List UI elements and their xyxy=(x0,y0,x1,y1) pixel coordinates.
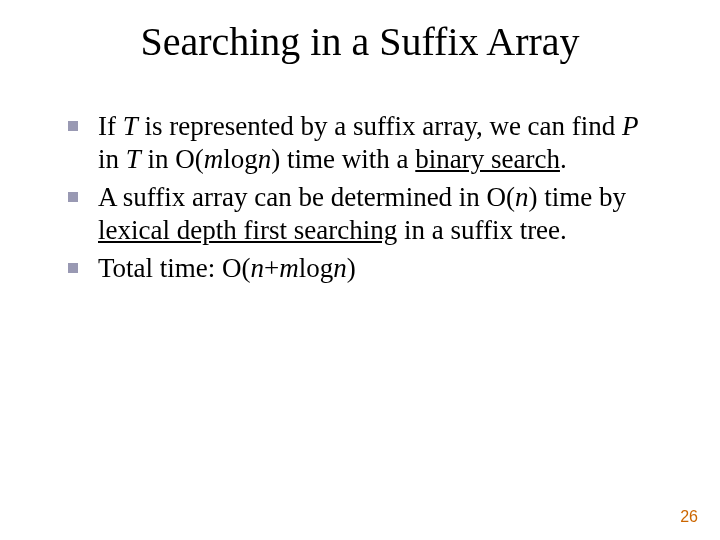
text: in xyxy=(98,144,126,174)
text: in O( xyxy=(141,144,204,174)
var-n: n xyxy=(333,253,347,283)
var-T: T xyxy=(123,111,138,141)
text: A suffix array can be determined in O( xyxy=(98,182,515,212)
slide-body: If T is represented by a suffix array, w… xyxy=(60,110,660,289)
bullet-icon xyxy=(68,192,78,202)
link-binary-search: binary search xyxy=(415,144,560,174)
link-lexical-dfs: lexical depth first searching xyxy=(98,215,397,245)
list-item: A suffix array can be determined in O(n)… xyxy=(60,181,660,248)
var-P: P xyxy=(622,111,639,141)
slide-title: Searching in a Suffix Array xyxy=(0,18,720,65)
list-item: If T is represented by a suffix array, w… xyxy=(60,110,660,177)
text: Total time: O( xyxy=(98,253,251,283)
var-m: m xyxy=(204,144,224,174)
page-number: 26 xyxy=(680,508,698,526)
text: + xyxy=(264,253,279,283)
text: . xyxy=(560,144,567,174)
var-n: n xyxy=(515,182,529,212)
bullet-icon xyxy=(68,263,78,273)
var-m: m xyxy=(279,253,299,283)
var-T: T xyxy=(126,144,141,174)
text: is represented by a suffix array, we can… xyxy=(138,111,622,141)
list-item: Total time: O(n+mlogn) xyxy=(60,252,660,285)
text: in a suffix tree. xyxy=(397,215,567,245)
slide: Searching in a Suffix Array If T is repr… xyxy=(0,0,720,540)
var-n: n xyxy=(251,253,265,283)
bullet-icon xyxy=(68,121,78,131)
text: If xyxy=(98,111,123,141)
text: log xyxy=(223,144,258,174)
text: ) time with a xyxy=(271,144,415,174)
text: ) xyxy=(347,253,356,283)
bullet-list: If T is represented by a suffix array, w… xyxy=(60,110,660,285)
var-n: n xyxy=(258,144,272,174)
text: ) time by xyxy=(529,182,626,212)
text: log xyxy=(299,253,334,283)
